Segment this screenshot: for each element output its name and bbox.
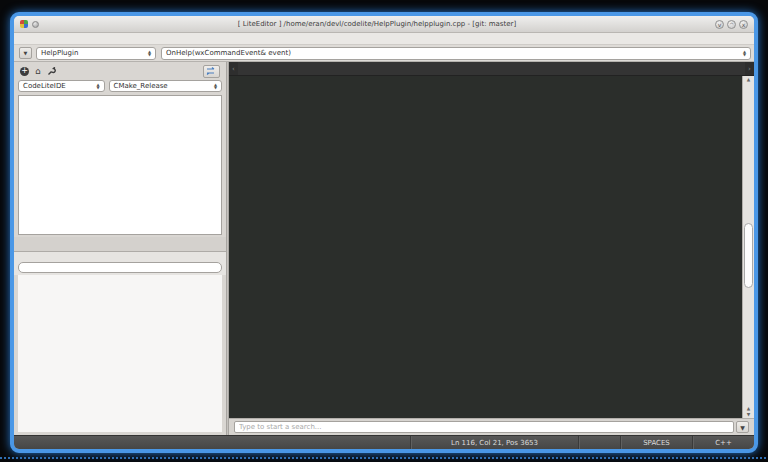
find-input[interactable] xyxy=(234,421,734,433)
build-config-combobox-value: CMake_Release xyxy=(114,82,168,90)
sidebar-combos: CodeLiteIDE ▲▼ CMake_Release ▲▼ xyxy=(14,80,226,95)
workspace-sidebar: + ⌂ CodeLiteIDE ▲▼ xyxy=(14,62,226,435)
workspace-file-tree xyxy=(18,95,222,235)
workspace-combobox[interactable]: CodeLiteIDE ▲▼ xyxy=(18,80,105,92)
toolbar-row: ▼ HelpPlugin ▲▼ OnHelp(wxCommandEvent& e… xyxy=(14,45,754,62)
scroll-down-icon[interactable]: ▼ xyxy=(743,412,754,417)
app-icon xyxy=(20,20,28,28)
menubar xyxy=(14,33,754,45)
language-mode-label[interactable]: C++ xyxy=(692,436,754,449)
outline-search-input[interactable] xyxy=(18,262,222,273)
editor-pane: ‹ › ▲ ▲ ▼ ▼ xyxy=(229,62,754,435)
editor-tabs xyxy=(238,62,745,75)
code-editor[interactable] xyxy=(229,76,742,418)
spinner-icon: ▲▼ xyxy=(739,50,746,57)
find-history-dropdown-icon[interactable]: ▼ xyxy=(736,421,749,433)
editor-vertical-scrollbar[interactable]: ▲ ▲ ▼ xyxy=(742,76,754,418)
main-area: + ⌂ CodeLiteIDE ▲▼ xyxy=(14,62,754,435)
tab-scroll-right-icon[interactable]: › xyxy=(745,62,754,75)
codelite-window: [ LiteEditor ] /home/eran/devl/codelite/… xyxy=(10,12,758,453)
desktop-background: [ LiteEditor ] /home/eran/devl/codelite/… xyxy=(0,0,768,462)
scope-combobox-value: HelpPlugin xyxy=(41,49,78,57)
scroll-up2-icon[interactable]: ▲ xyxy=(743,406,754,411)
tab-overflow-button[interactable]: ▼ xyxy=(19,47,32,59)
editor-body: ▲ ▲ ▼ xyxy=(229,76,754,418)
titlebar[interactable]: [ LiteEditor ] /home/eran/devl/codelite/… xyxy=(14,16,754,33)
tab-scroll-left-icon[interactable]: ‹ xyxy=(229,62,238,75)
status-dot-icon xyxy=(32,21,39,28)
symbol-combobox-value: OnHelp(wxCommandEvent& event) xyxy=(166,49,291,57)
window-controls: v ^ x xyxy=(715,20,748,29)
outline-tree xyxy=(18,275,222,432)
home-icon[interactable]: ⌂ xyxy=(35,67,41,76)
statusbar-spacer xyxy=(578,436,620,449)
statusbar: Ln 116, Col 21, Pos 3653 SPACES C++ xyxy=(14,435,754,449)
link-editor-button[interactable] xyxy=(203,65,220,78)
outline-search-container xyxy=(14,252,226,275)
sidebar-toolbar: + ⌂ xyxy=(14,62,226,80)
window-title: [ LiteEditor ] /home/eran/devl/codelite/… xyxy=(39,20,715,28)
symbol-combobox[interactable]: OnHelp(wxCommandEvent& event) ▲▼ xyxy=(161,47,751,60)
scroll-up-icon[interactable]: ▲ xyxy=(743,77,754,82)
add-workspace-icon[interactable]: + xyxy=(20,67,29,76)
find-bar: ▼ xyxy=(229,418,754,435)
build-config-combobox[interactable]: CMake_Release ▲▼ xyxy=(109,80,223,92)
settings-wrench-icon[interactable] xyxy=(47,67,56,76)
spinner-icon: ▲▼ xyxy=(144,50,151,57)
sidebar-bottom-tabs xyxy=(14,237,226,252)
spinner-icon: ▲▼ xyxy=(92,83,99,90)
cursor-position-label: Ln 116, Col 21, Pos 3653 xyxy=(410,436,578,449)
editor-tabbar: ‹ › xyxy=(229,62,754,76)
scope-combobox[interactable]: HelpPlugin ▲▼ xyxy=(36,47,156,60)
minimize-button[interactable]: v xyxy=(715,20,724,29)
spinner-icon: ▲▼ xyxy=(210,83,217,90)
workspace-combobox-value: CodeLiteIDE xyxy=(23,82,66,90)
whitespace-mode-label[interactable]: SPACES xyxy=(620,436,692,449)
maximize-button[interactable]: ^ xyxy=(727,20,736,29)
scrollbar-thumb[interactable] xyxy=(744,223,753,288)
close-button[interactable]: x xyxy=(739,20,748,29)
